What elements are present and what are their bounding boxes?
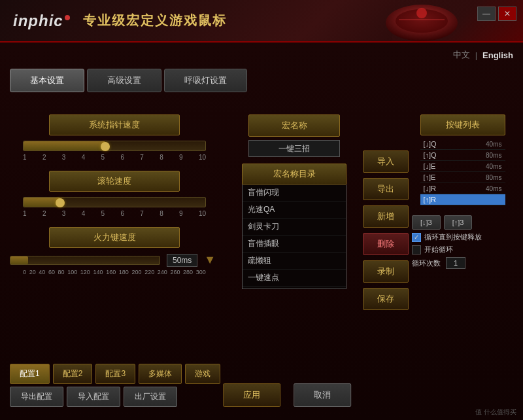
system-pointer-label: 系统指针速度	[49, 114, 180, 135]
close-button[interactable]: ✕	[498, 7, 516, 21]
macro-item-2[interactable]: 剑灵卡刀	[243, 219, 346, 236]
macro-item-6[interactable]: 猴子FAQ	[243, 287, 346, 289]
macro-list-label: 宏名称目录	[242, 164, 346, 184]
loop-until-label: 循环直到按键释放	[424, 232, 482, 242]
key-name-3: [↑]E	[424, 173, 436, 181]
header-title: 专业级宏定义游戏鼠标	[83, 12, 227, 29]
svg-point-3	[416, 8, 427, 18]
tab-basic-settings[interactable]: 基本设置	[10, 69, 84, 92]
key-time-0: 40ms	[486, 141, 501, 148]
keylist-label: 按键列表	[420, 114, 505, 135]
bottom-buttons: 应用 取消	[223, 383, 351, 407]
factory-reset-button[interactable]: 出厂设置	[124, 387, 177, 407]
lang-divider: |	[475, 50, 477, 60]
fire-speed-track[interactable]	[10, 256, 160, 265]
system-pointer-section: 系统指针速度 12345678910	[10, 114, 219, 161]
macro-item-5[interactable]: 一键速点	[243, 270, 346, 287]
macro-item-4[interactable]: 疏懒狙	[243, 253, 346, 270]
lang-english[interactable]: English	[482, 50, 513, 60]
fire-speed-ticks: 0 20 40 60 80 100 120 140 160 180 200 22…	[23, 269, 206, 275]
config-1-button[interactable]: 配置1	[10, 364, 50, 384]
minimize-button[interactable]: —	[477, 7, 496, 21]
left-panel: 系统指针速度 12345678910 滚轮速度 12345678910 火力键速…	[10, 114, 219, 285]
macro-name-input[interactable]	[248, 140, 340, 157]
system-pointer-ticks: 12345678910	[23, 154, 206, 161]
key-name-1: [↑]Q	[424, 151, 437, 159]
tab-advanced-settings[interactable]: 高级设置	[87, 69, 161, 92]
export-row: 导出配置 导入配置 出厂设置	[10, 387, 177, 407]
right-panel: 按键列表 [↓]Q 40ms [↑]Q 80ms [↓]E 40ms [↑]E …	[412, 114, 513, 269]
scroll-speed-section: 滚轮速度 12345678910	[10, 171, 219, 217]
key-time-3: 80ms	[486, 174, 501, 181]
save-button[interactable]: 保存	[363, 288, 409, 310]
key3-up-button[interactable]: [↑]3	[444, 215, 473, 230]
macro-list[interactable]: 盲僧闪现 光速QA 剑灵卡刀 盲僧插眼 疏懒狙 一键速点 猴子FAQ 皓月QR …	[242, 184, 346, 289]
logo-area: inphic	[0, 12, 70, 30]
config-2-button[interactable]: 配置2	[53, 364, 93, 384]
fire-speed-label: 火力键速度	[49, 227, 180, 248]
cancel-button[interactable]: 取消	[294, 383, 351, 407]
export-config-button[interactable]: 导出配置	[10, 387, 63, 407]
key-item-1[interactable]: [↑]Q 80ms	[420, 150, 505, 161]
mouse-image	[373, 0, 471, 43]
loop-until-checkbox[interactable]: ✓	[412, 233, 421, 242]
fire-speed-ms: 50ms	[167, 254, 197, 267]
scroll-speed-fill	[24, 198, 60, 207]
key-name-4: [↓]R	[424, 184, 437, 192]
loop-count-row: 循环次数	[412, 257, 510, 269]
key-time-2: 40ms	[486, 163, 501, 170]
scroll-speed-track[interactable]	[23, 197, 206, 207]
lang-chinese[interactable]: 中文	[453, 49, 470, 61]
system-pointer-thumb[interactable]	[101, 142, 110, 151]
start-loop-row: 开始循环	[412, 245, 510, 254]
key3-down-button[interactable]: [↓]3	[412, 215, 441, 230]
config-media-button[interactable]: 多媒体	[139, 364, 182, 384]
import-config-button[interactable]: 导入配置	[67, 387, 120, 407]
macro-item-1[interactable]: 光速QA	[243, 201, 346, 219]
fire-speed-row: 50ms ▼	[10, 253, 219, 267]
export-button[interactable]: 导出	[363, 178, 409, 200]
key-name-5: [↑]R	[424, 196, 437, 203]
fire-speed-arrow[interactable]: ▼	[204, 253, 216, 267]
config-3-button[interactable]: 配置3	[95, 364, 135, 384]
key-item-3[interactable]: [↑]E 80ms	[420, 172, 505, 183]
config-game-button[interactable]: 游戏	[185, 364, 220, 384]
logo-text: inphic	[13, 12, 63, 30]
middle-panel: 宏名称 宏名称目录 盲僧闪现 光速QA 剑灵卡刀 盲僧插眼 疏懒狙 一键速点 猴…	[229, 114, 360, 289]
tab-breathing-light[interactable]: 呼吸灯设置	[164, 69, 247, 92]
import-button[interactable]: 导入	[363, 150, 409, 173]
key-time-1: 80ms	[486, 152, 501, 159]
start-loop-checkbox[interactable]	[412, 245, 421, 254]
key-item-0[interactable]: [↓]Q 40ms	[420, 139, 505, 150]
start-loop-label: 开始循环	[424, 245, 453, 254]
main-content: 中文 | English 基本设置 高级设置 呼吸灯设置 系统指针速度 1234…	[0, 43, 523, 420]
key-item-5[interactable]: [↑]R	[420, 194, 505, 205]
action-buttons: 导入 导出 新增 删除 录制 保存	[363, 150, 409, 310]
system-pointer-fill	[24, 141, 105, 150]
logo-dot	[65, 15, 70, 20]
key-item-4[interactable]: [↓]R 40ms	[420, 183, 505, 194]
scroll-speed-thumb[interactable]	[56, 198, 65, 207]
tabs: 基本设置 高级设置 呼吸灯设置	[10, 69, 513, 92]
scroll-speed-ticks: 12345678910	[23, 210, 206, 217]
language-selector: 中文 | English	[453, 49, 513, 61]
macro-item-3[interactable]: 盲僧插眼	[243, 236, 346, 253]
watermark: 值 什么值得买	[475, 408, 516, 417]
loop-section: [↓]3 [↑]3 ✓ 循环直到按键释放 开始循环 循环次数	[412, 215, 510, 269]
macro-item-0[interactable]: 盲僧闪现	[243, 184, 346, 201]
window-controls: — ✕	[477, 7, 516, 21]
loop-count-input[interactable]	[446, 257, 465, 269]
add-button[interactable]: 新增	[363, 205, 409, 228]
apply-button[interactable]: 应用	[223, 383, 280, 407]
key3-row: [↓]3 [↑]3	[412, 215, 510, 230]
key-time-4: 40ms	[486, 185, 501, 192]
delete-button[interactable]: 删除	[363, 233, 409, 255]
header: inphic 专业级宏定义游戏鼠标 — ✕	[0, 0, 523, 43]
key-item-2[interactable]: [↓]E 40ms	[420, 161, 505, 172]
record-button[interactable]: 录制	[363, 260, 409, 283]
loop-count-label: 循环次数	[412, 258, 441, 268]
fire-speed-section: 火力键速度 50ms ▼ 0 20 40 60 80 100 120 140 1…	[10, 227, 219, 275]
system-pointer-track[interactable]	[23, 141, 206, 151]
key-list: [↓]Q 40ms [↑]Q 80ms [↓]E 40ms [↑]E 80ms …	[420, 139, 505, 205]
config-row: 配置1 配置2 配置3 多媒体 游戏	[10, 364, 220, 384]
